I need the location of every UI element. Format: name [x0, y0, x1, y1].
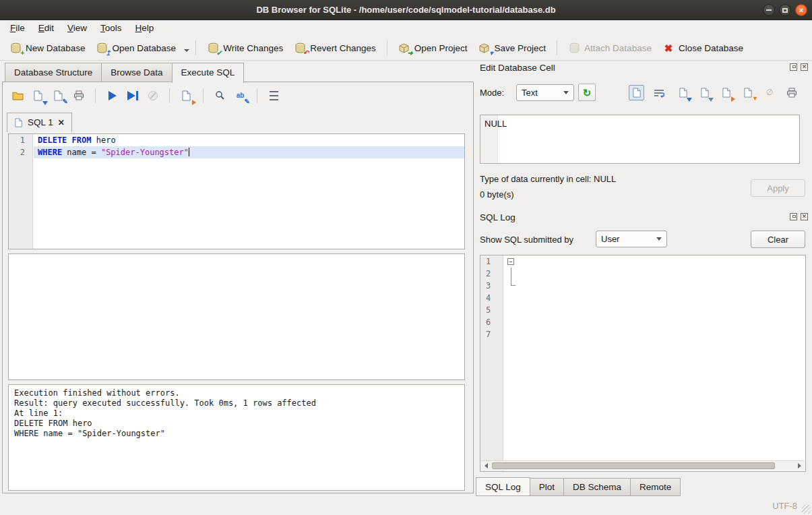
edit-cell-title: Edit Database Cell	[480, 63, 555, 73]
save-project-button[interactable]: ▾ Save Project	[474, 39, 551, 57]
minimize-icon	[766, 9, 772, 11]
sql-toolbar: ✎ ab ✎	[9, 87, 282, 104]
maximize-button[interactable]	[779, 4, 791, 16]
fold-collapse-icon[interactable]: −	[507, 258, 514, 265]
sql-string: "Spider-Youngster"	[101, 148, 189, 157]
log-line: -- Result: query executed successfully. …	[504, 316, 805, 328]
format-sql-button[interactable]	[266, 87, 282, 104]
float-panel-icon[interactable]	[790, 213, 797, 220]
resize-grip[interactable]	[802, 505, 811, 514]
auto-detect-button[interactable]: ↻	[578, 84, 596, 101]
text-cursor	[189, 148, 190, 156]
close-database-icon: ✖	[662, 42, 675, 54]
import-cell-data-button[interactable]	[675, 85, 691, 100]
sql-document-tab[interactable]: SQL 1 ✕	[7, 113, 72, 132]
print-cell-button[interactable]	[784, 85, 799, 100]
save-sql-file-as-button[interactable]: ✎	[50, 87, 67, 104]
menu-help[interactable]: Help	[129, 21, 161, 35]
sql-identifier: hero	[91, 135, 115, 145]
set-null-icon: ∅	[766, 88, 773, 97]
execution-message-line: DELETE FROM hero	[14, 419, 459, 429]
minimize-button[interactable]	[763, 4, 775, 16]
mode-value: Text	[522, 88, 538, 98]
sql-log-filter-value: User	[601, 234, 619, 244]
close-panel-icon[interactable]: ✕	[801, 213, 808, 220]
tab-remote[interactable]: Remote	[630, 478, 681, 496]
save-icon-arrow	[42, 101, 48, 105]
menu-tools[interactable]: Tools	[94, 21, 129, 35]
tab-execute-sql[interactable]: Execute SQL	[172, 63, 245, 83]
execution-message-area[interactable]: Execution finished without errors. Resul…	[8, 384, 465, 491]
sql-keyword: DELETE FROM	[38, 135, 91, 145]
open-project-label: Open Project	[414, 43, 468, 53]
find-replace-button[interactable]: ab ✎	[232, 87, 249, 104]
close-database-button[interactable]: ✖ Close Database	[658, 39, 748, 57]
tab-browse-data[interactable]: Browse Data	[101, 63, 172, 82]
scroll-left-icon	[485, 463, 488, 468]
open-database-dropdown[interactable]	[184, 49, 189, 52]
menu-view[interactable]: View	[61, 21, 94, 35]
open-database-button[interactable]: ↥ Open Database	[92, 39, 181, 57]
close-panel-icon[interactable]: ✕	[801, 63, 808, 71]
export-results-button[interactable]	[178, 87, 195, 104]
execute-line-bar	[136, 91, 138, 100]
cell-text-mode-button[interactable]	[629, 85, 644, 100]
code-line-1: DELETE FROM hero	[34, 134, 464, 146]
edit-cell-window-icons: ✕	[790, 63, 808, 71]
text-mode-icon	[632, 88, 642, 98]
write-changes-button[interactable]: ✔ Write Changes	[202, 39, 288, 57]
apply-label: Apply	[767, 183, 789, 193]
sql-document-tabs: SQL 1 ✕	[7, 113, 72, 131]
horizontal-scrollbar[interactable]	[481, 460, 805, 471]
save-sql-file-button[interactable]	[30, 87, 46, 104]
word-wrap-button[interactable]	[651, 85, 666, 100]
sql-editor[interactable]: 1 2 DELETE FROM hero WHERE name = "Spide…	[8, 133, 465, 249]
close-button[interactable]: ×	[795, 4, 807, 16]
sql-log-window-icons: ✕	[790, 213, 808, 220]
execute-sql-panel: ✎ ab ✎ SQL 1 ✕	[2, 82, 474, 493]
menu-file[interactable]: File	[3, 21, 32, 35]
find-button[interactable]	[212, 87, 228, 104]
sql-log-filter-select[interactable]: User	[596, 231, 667, 247]
copy-cell-data-button[interactable]	[697, 85, 712, 100]
close-tab-icon[interactable]: ✕	[58, 119, 65, 127]
copy-icon	[700, 88, 710, 98]
line-number: 2	[9, 146, 32, 158]
attach-database-button: Attach Database	[563, 39, 656, 57]
sql-log-title: SQL Log	[480, 212, 516, 222]
sql-log-filter-label: Show SQL submitted by	[480, 235, 573, 245]
log-line: WHERE name = "Spider-Youngster"	[504, 304, 805, 316]
clear-log-button[interactable]: Clear	[751, 231, 805, 248]
right-panel: Edit Database Cell ✕ Mode: Text ↻ ▾ ∅ NU…	[475, 61, 812, 497]
scroll-left-button[interactable]	[481, 461, 491, 471]
save-project-icon: ▾	[478, 42, 491, 54]
scrollbar-thumb[interactable]	[492, 462, 775, 469]
cell-value-editor[interactable]: NULL	[480, 115, 800, 164]
tab-plot[interactable]: Plot	[530, 478, 564, 496]
mode-select[interactable]: Text	[516, 84, 574, 101]
log-line: -- At line 1:	[504, 280, 805, 292]
revert-changes-label: Revert Changes	[310, 43, 376, 53]
execute-all-button[interactable]	[104, 87, 121, 104]
log-line-number: 6	[480, 316, 503, 328]
revert-changes-button[interactable]: ↶ Revert Changes	[289, 39, 381, 57]
save-cell-data-button[interactable]: ▾	[740, 85, 755, 100]
float-panel-icon[interactable]	[790, 63, 797, 71]
import-arrow	[687, 98, 692, 102]
execute-current-line-button[interactable]	[124, 87, 141, 104]
tab-database-structure[interactable]: Database Structure	[5, 63, 102, 82]
revert-changes-icon: ↶	[294, 42, 306, 54]
tab-db-schema[interactable]: DB Schema	[563, 478, 631, 496]
sql-log-view[interactable]: 1 2 3 4 5 6 7 − -- EXECUTING ALL IN 'SQL…	[480, 255, 806, 472]
format-icon-bar	[270, 95, 278, 96]
scroll-right-button[interactable]	[794, 461, 805, 471]
open-project-button[interactable]: ➜ Open Project	[394, 39, 472, 57]
open-sql-file-button[interactable]	[9, 87, 26, 104]
export-cell-data-button[interactable]	[718, 85, 734, 100]
print-sql-button[interactable]	[70, 87, 87, 104]
new-database-button[interactable]: + New Database	[5, 39, 90, 57]
menu-edit[interactable]: Edit	[32, 21, 61, 35]
copy-arrow	[708, 98, 714, 102]
tab-sql-log[interactable]: SQL Log	[476, 477, 530, 496]
new-database-icon: +	[9, 42, 22, 54]
